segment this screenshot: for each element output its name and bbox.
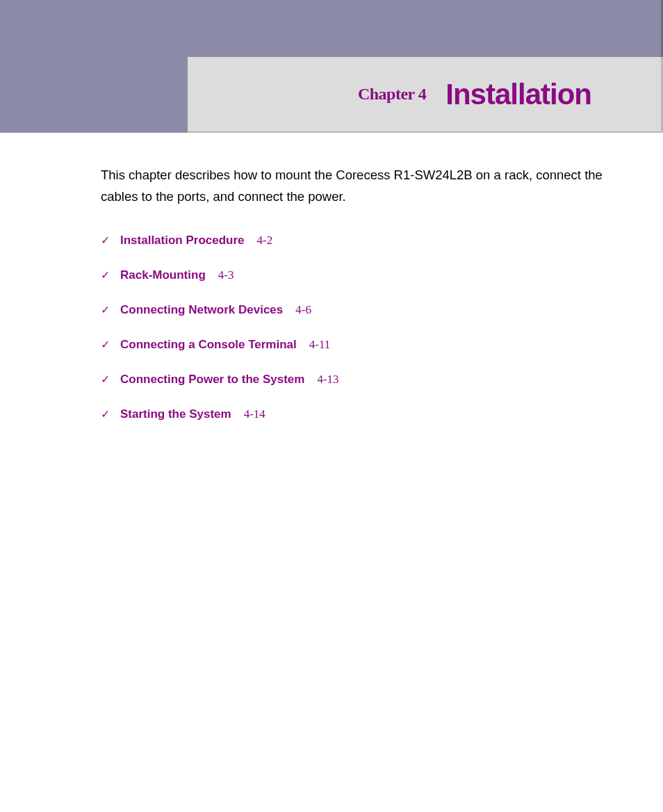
toc-item-page: 4-14 (244, 407, 265, 421)
check-icon: ✓ (101, 268, 110, 282)
toc-item-page: 4-6 (295, 303, 311, 317)
header-left-block (0, 57, 188, 133)
toc-item-label: Connecting a Console Terminal (120, 338, 297, 352)
toc-item: ✓ Connecting Network Devices 4-6 (101, 303, 621, 317)
toc-item-label: Connecting Network Devices (120, 303, 283, 317)
check-icon: ✓ (101, 234, 110, 247)
toc-item-page: 4-2 (257, 234, 273, 247)
check-icon: ✓ (101, 338, 110, 351)
toc-item-page: 4-11 (309, 338, 331, 352)
check-icon: ✓ (101, 373, 110, 386)
toc-item: ✓ Installation Procedure 4-2 (101, 234, 621, 247)
header-top-band (0, 0, 663, 57)
toc-item-label: Connecting Power to the System (120, 373, 304, 387)
toc-item-label: Rack-Mounting (120, 268, 206, 282)
chapter-intro: This chapter describes how to mount the … (101, 165, 621, 207)
check-icon: ✓ (101, 407, 110, 421)
toc-item-label: Starting the System (120, 407, 231, 421)
header-row: Chapter 4 Installation (0, 57, 663, 133)
toc-item: ✓ Starting the System 4-14 (101, 407, 621, 421)
chapter-title: Installation (445, 78, 591, 111)
toc-item-page: 4-13 (317, 373, 338, 387)
table-of-contents: ✓ Installation Procedure 4-2 ✓ Rack-Moun… (101, 234, 621, 421)
toc-item-page: 4-3 (218, 268, 234, 282)
check-icon: ✓ (101, 303, 110, 316)
toc-item: ✓ Connecting Power to the System 4-13 (101, 373, 621, 387)
toc-item-label: Installation Procedure (120, 234, 245, 247)
content-area: This chapter describes how to mount the … (0, 133, 663, 421)
toc-item: ✓ Rack-Mounting 4-3 (101, 268, 621, 282)
toc-item: ✓ Connecting a Console Terminal 4-11 (101, 338, 621, 352)
chapter-label: Chapter 4 (358, 85, 426, 104)
header-title-block: Chapter 4 Installation (188, 57, 663, 133)
